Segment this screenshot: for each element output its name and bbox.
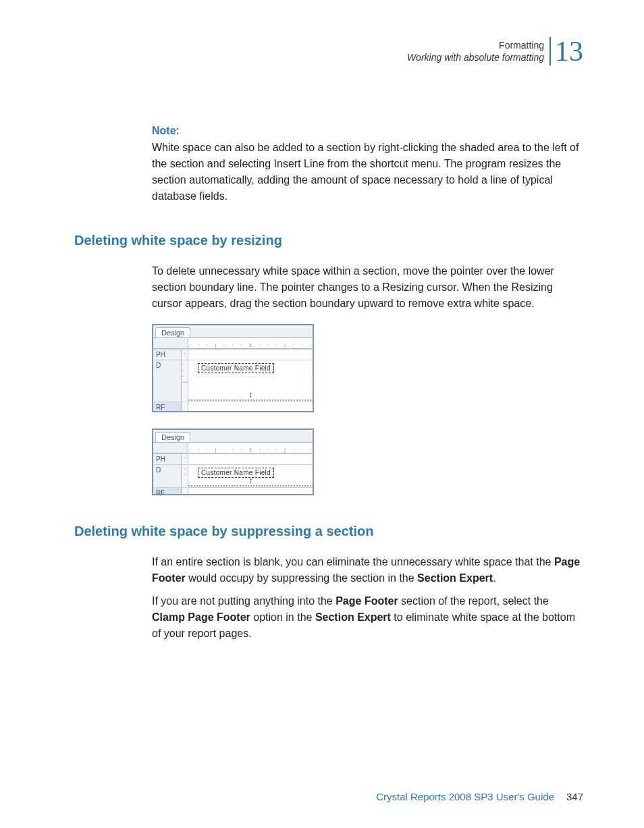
- header-subtitle: Working with absolute formatting: [407, 51, 544, 63]
- ruler-number-2: 1: [249, 447, 252, 453]
- bold-section-expert: Section Expert: [417, 572, 493, 584]
- section-rf: RF: [153, 402, 182, 411]
- section-ph-2: PH: [153, 454, 182, 464]
- footer-guide-title: Crystal Reports 2008 SP3 User's Guide: [376, 791, 554, 802]
- chapter-number: 13: [549, 37, 583, 65]
- section-d-2: D: [153, 465, 182, 487]
- customer-name-field: Customer Name Field: [198, 363, 274, 373]
- bold-clamp-page-footer: Clamp Page Footer: [152, 611, 250, 623]
- p2-text-c: section of the report, select the: [398, 595, 549, 607]
- p1-text-d: .: [493, 572, 495, 584]
- p1-text-c: would occupy by suppressing the section …: [186, 572, 417, 584]
- heading-suppressing: Deleting white space by suppressing a se…: [74, 524, 583, 539]
- resize-cursor-icon: ↕: [188, 391, 313, 399]
- bold-section-expert-2: Section Expert: [315, 611, 391, 623]
- page-header: Formatting Working with absolute formatt…: [407, 37, 583, 65]
- page-footer: Crystal Reports 2008 SP3 User's Guide 34…: [74, 791, 583, 802]
- design-tab-2: Design: [155, 432, 190, 442]
- section-rf-2: RF: [153, 488, 182, 494]
- diagram-before: Design ···|···1···|··· PH - D: [152, 324, 583, 412]
- header-title: Formatting: [407, 39, 544, 51]
- paragraph-resizing: To delete unnecessary white space within…: [152, 263, 583, 312]
- footer-page-number: 347: [566, 791, 583, 802]
- ruler: ···|···1···|···: [188, 338, 313, 349]
- ruler-number: 1: [249, 342, 252, 348]
- paragraph-suppress-2: If you are not putting anything into the…: [152, 593, 583, 642]
- heading-resizing: Deleting white space by resizing: [74, 233, 583, 248]
- paragraph-suppress-1: If an entire section is blank, you can e…: [152, 554, 583, 586]
- p1-text-a: If an entire section is blank, you can e…: [152, 556, 554, 568]
- note-body: White space can also be added to a secti…: [152, 140, 583, 204]
- note-label: Note:: [152, 125, 583, 137]
- p2-text-a: If you are not putting anything into the: [152, 595, 336, 607]
- section-ph: PH: [153, 350, 182, 360]
- section-d: D: [153, 360, 182, 402]
- p2-text-d: option in the: [250, 611, 315, 623]
- bold-page-footer-2: Page Footer: [336, 595, 398, 607]
- resize-cursor-icon-2: ↕: [188, 476, 313, 485]
- diagram-after: Design ···|···1···|··· PH - D: [152, 429, 583, 495]
- ruler-2: ···|···1···|···: [188, 443, 313, 453]
- design-tab: Design: [155, 327, 190, 337]
